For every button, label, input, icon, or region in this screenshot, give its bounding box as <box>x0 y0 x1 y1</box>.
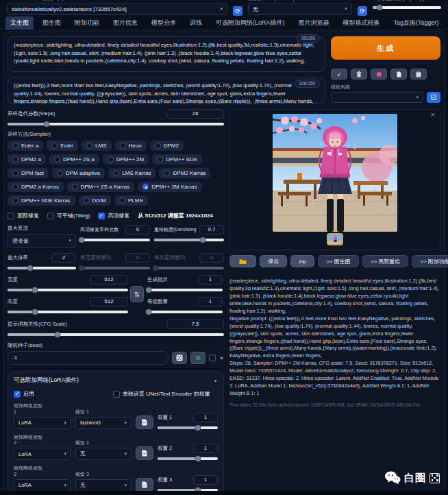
slider-thumb[interactable] <box>377 5 383 11</box>
slider-thumb[interactable] <box>27 265 34 271</box>
width-value[interactable]: 512 <box>90 275 128 285</box>
sampler-option[interactable]: DPM++ 2M <box>103 154 149 165</box>
close-icon[interactable]: × <box>431 110 435 119</box>
sampler-option[interactable]: Euler a <box>8 141 43 151</box>
sampler-option[interactable]: DPM2 a <box>8 154 46 165</box>
lora-model-select[interactable]: 无▾ <box>75 479 132 492</box>
vae-select[interactable]: 无 ▾ <box>248 3 352 15</box>
refresh-model-button[interactable]: ⟳ <box>233 6 242 16</box>
lora-model-file-button[interactable] <box>136 415 153 429</box>
sampler-option-selected[interactable]: DPM++ 2M Karras <box>138 182 201 192</box>
generated-image[interactable] <box>273 114 397 232</box>
sampler-option[interactable]: DPM++ SDE <box>152 154 202 165</box>
tab-txt2img[interactable]: 文生图 <box>5 16 34 29</box>
lora-enable-checkbox[interactable]: ✓ 启用 <box>14 390 108 398</box>
seed-extra-checkbox[interactable] <box>209 354 216 361</box>
sampler-option[interactable]: DPM2 a Karras <box>8 182 64 192</box>
sampler-option[interactable]: DPM adaptive <box>52 168 105 178</box>
slider-thumb[interactable] <box>54 332 60 338</box>
batch-size-value[interactable]: 1 <box>198 297 223 306</box>
sampler-option[interactable]: Heun <box>115 141 147 151</box>
lora-weight-value[interactable]: 1 <box>193 413 218 422</box>
sampler-option[interactable]: DPM2 <box>150 141 184 151</box>
lora-separate-weights-checkbox[interactable]: 单独设置 UNet/Text Encoder 的权重 <box>113 390 210 398</box>
gallery-thumbnail[interactable] <box>327 233 343 245</box>
sampler-option[interactable]: Euler <box>47 141 78 151</box>
generate-button[interactable]: 生成 <box>331 36 440 60</box>
tab-model-converter[interactable]: 模型格式转换 <box>338 16 385 29</box>
sampler-option[interactable]: DPM++ 2S a <box>49 154 99 165</box>
tab-checkpoint-merger[interactable]: 模型合并 <box>147 16 181 29</box>
slider-thumb[interactable] <box>43 121 49 128</box>
reuse-seed-button[interactable]: ♻ <box>190 352 206 364</box>
tab-image-browser[interactable]: 图片浏览器 <box>294 16 334 29</box>
slider-thumb[interactable] <box>200 237 206 243</box>
slider-thumb[interactable] <box>146 309 152 315</box>
send-to-img2img-button[interactable]: >> 图生图 <box>318 255 359 267</box>
apply-style-button[interactable] <box>390 69 407 80</box>
prompt-input[interactable]: (masterpiece, sidelighting, ultra-detail… <box>8 36 325 72</box>
apply-selected-style-button[interactable] <box>427 92 440 103</box>
tab-extras[interactable]: 附加功能 <box>70 16 104 29</box>
lora-weight-value[interactable]: 1 <box>193 444 218 453</box>
send-to-inpaint-button[interactable]: >> 局部重绘 <box>362 255 409 267</box>
slider-thumb[interactable] <box>195 456 201 462</box>
cfg-value[interactable]: 7.5 <box>166 319 224 329</box>
clip-skip-slider[interactable] <box>373 6 441 9</box>
sampler-option[interactable]: DPM fast <box>8 168 49 178</box>
seed-input[interactable]: -1 <box>8 351 169 365</box>
negative-prompt-input[interactable]: (((extra feet))),3 feet,more than two fe… <box>8 77 325 104</box>
hires-steps-value[interactable]: 0 <box>125 225 150 234</box>
swap-dimensions-button[interactable]: ⇅ <box>130 286 144 302</box>
radio-icon <box>119 197 125 204</box>
lora-model-file-button[interactable] <box>136 478 153 492</box>
tab-png-info[interactable]: 图片信息 <box>108 16 142 29</box>
sampler-option[interactable]: DPM++ SDE Karras <box>8 195 75 206</box>
zip-button[interactable]: Zip <box>290 255 314 267</box>
tab-img2img[interactable]: 图生图 <box>38 16 66 29</box>
upscale-by-value[interactable]: 2 <box>51 253 76 263</box>
lora-weight-value[interactable]: 1 <box>193 475 218 485</box>
slider-thumb[interactable] <box>32 309 38 315</box>
tiling-checkbox[interactable]: 可平铺(Tiling) <box>47 212 90 219</box>
chevron-down-icon[interactable]: ▼ <box>219 356 224 361</box>
slider-thumb[interactable] <box>79 237 85 243</box>
sampler-option[interactable]: DDIM <box>79 195 111 206</box>
random-seed-button[interactable] <box>172 352 187 364</box>
tab-additional-networks[interactable]: 可选附加网络(LoRA插件) <box>211 16 290 29</box>
batch-count-value[interactable]: 1 <box>198 275 223 285</box>
tab-tagger[interactable]: Tag反推(Tagger) <box>389 16 444 29</box>
slider-thumb[interactable] <box>32 287 38 293</box>
save-button[interactable]: 保存 <box>260 255 287 267</box>
slider-thumb[interactable] <box>146 287 152 293</box>
sampler-option[interactable]: PLMS <box>114 195 148 206</box>
hires-fix-checkbox[interactable]: ✓ 高清修复 <box>98 212 129 219</box>
sampler-option[interactable]: DPM2 Karras <box>159 168 210 178</box>
lora-type-select[interactable]: LoRA▾ <box>14 417 71 429</box>
lora-type-select[interactable]: LoRA▾ <box>14 479 71 492</box>
clear-prompt-button[interactable] <box>351 69 367 80</box>
slider-thumb[interactable] <box>195 424 201 431</box>
lora-model-select[interactable]: fashionG▾ <box>75 417 132 429</box>
sampler-option[interactable]: LMS Karras <box>108 168 155 178</box>
extra-networks-button[interactable] <box>371 69 387 80</box>
save-style-button[interactable] <box>410 69 427 80</box>
lora-model-file-button[interactable] <box>136 446 153 460</box>
lora-model-select[interactable]: 无▾ <box>75 448 132 460</box>
sampler-option[interactable]: LMS <box>82 141 111 151</box>
lora-type-select[interactable]: LoRA▾ <box>14 448 71 460</box>
upscaler-select[interactable]: 潜变量 ▾ <box>8 234 76 248</box>
restore-faces-checkbox[interactable]: 面部修复 <box>8 212 39 219</box>
refresh-vae-button[interactable]: ⟳ <box>358 6 367 16</box>
model-select[interactable]: dalceforealisticallyv2.safetensors [7335… <box>7 3 227 15</box>
tab-train[interactable]: 训练 <box>185 16 207 29</box>
height-value[interactable]: 512 <box>90 297 128 306</box>
read-params-button[interactable]: ↙ <box>331 69 347 80</box>
sampler-option[interactable]: DPM++ 2S a Karras <box>67 182 135 192</box>
send-to-extras-button[interactable]: >> 附加功能 <box>412 255 448 267</box>
collapse-icon[interactable]: ▼ <box>213 378 218 383</box>
open-folder-button[interactable] <box>229 255 256 267</box>
denoising-value[interactable]: 0.7 <box>199 225 224 234</box>
style-select[interactable]: ▾ <box>331 92 423 103</box>
steps-value[interactable]: 28 <box>166 109 224 119</box>
